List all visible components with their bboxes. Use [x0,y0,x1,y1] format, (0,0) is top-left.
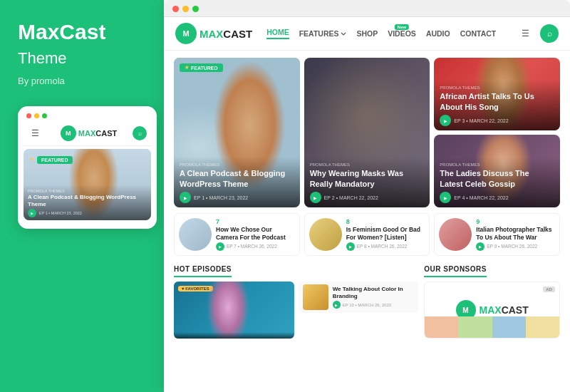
mobile-hero: ★ FEATURED PROMOLA THEMES A Clean Podcas… [24,149,151,220]
top-grid: ★ FEATURED PROMOLA THEMES A Clean Podcas… [174,58,560,207]
featured-badge: ★ FEATURED [180,63,223,72]
hot-thumb-1 [303,284,328,310]
main-content: ★ FEATURED PROMOLA THEMES A Clean Podcas… [164,51,570,392]
sponsor-strip-1 [425,316,458,338]
browser-dots [172,6,199,12]
small-card-2-play[interactable]: ▶ [346,242,355,251]
small-card-3-play[interactable]: ▶ [476,242,484,251]
mobile-logo-text: MAXCAST [78,129,117,138]
nav-videos[interactable]: New VIDEOS [388,29,416,38]
browser-dot-yellow [182,6,189,12]
card-4[interactable]: PROMOLA THEMES The Ladies Discuss The La… [434,135,560,207]
hot-ep-meta-1: ▶ EP 10 • MARCH 26, 2022 [333,301,415,309]
small-card-1[interactable]: 7 How We Chose Our Camera For the Podcas… [174,213,300,256]
card3-title: African Artist Talks To Us About His Son… [440,91,554,112]
browser-dot-red [172,6,179,12]
small-card-2-ep: EP 8 • MARCH 26, 2022 [357,244,408,249]
mobile-logo-icon: M [61,125,76,141]
small-card-3-info: 9 Italian Photographer Talks To Us About… [476,218,555,250]
mobile-mockup: ☰ M MAXCAST ⌕ ★ FEATURED PROMOLA THEMES … [18,106,157,229]
sponsor-box: AD M MAXCAST [424,282,560,339]
card4-meta: ▶ EP 4 • MARCH 22, 2022 [440,192,554,203]
card2-play-button[interactable]: ▶ [310,192,321,203]
card4-overlay: PROMOLA THEMES The Ladies Discuss The La… [434,157,560,207]
card1-tag: PROMOLA THEMES [180,163,294,167]
card1-play-button[interactable]: ▶ [180,192,191,203]
small-card-3-img [439,218,472,251]
nav-new-badge: New [395,24,409,30]
small-card-2-img [309,218,342,251]
small-card-2-num: 8 [346,218,425,225]
small-card-3[interactable]: 9 Italian Photographer Talks To Us About… [434,213,560,256]
sponsors-title: OUR SPONSORS [424,265,487,277]
small-card-3-title: Italian Photographer Talks To Us About T… [476,226,555,240]
mobile-hero-title: A Clean Podcast & Blogging WordPress The… [28,194,147,207]
mobile-menu-icon[interactable]: ☰ [28,126,42,140]
small-card-1-img [179,218,212,251]
card-right-col: PROMOLA THEMES African Artist Talks To U… [434,58,560,207]
small-card-3-ep: EP 9 • MARCH 26, 2022 [487,244,537,249]
hot-ep-info-1: We Talking About Color In Branding ▶ EP … [333,286,415,309]
card-3[interactable]: PROMOLA THEMES African Artist Talks To U… [434,58,560,130]
bottom-left: HOT EPISODES ♥ FAVORITES [174,262,418,388]
card1-meta: ▶ EP 1 • MARCH 23, 2022 [180,192,294,203]
mobile-logo: M MAXCAST [61,125,117,141]
card-2[interactable]: PROMOLA THEMES Why Wearing Masks Was Rea… [304,58,430,207]
small-card-1-meta: ▶ EP 7 • MARCH 26, 2022 [216,242,295,251]
hamburger-menu-button[interactable]: ☰ [516,24,534,43]
mobile-ep-info: EP 1 • MARCH 23, 2022 [39,211,82,215]
right-panel: M MAXCAST HOME FEATURES SHOP New VIDEOS … [164,0,570,392]
site-nav: HOME FEATURES SHOP New VIDEOS AUDIO CONT… [266,28,516,39]
left-panel: MaxCast Theme By promola ☰ M MAXCAST ⌕ ★… [0,0,164,392]
small-card-1-title: How We Chose Our Camera For the Podcast [216,226,295,240]
card4-tag: PROMOLA THEMES [440,163,554,167]
hot-episode-row-1[interactable]: We Talking About Color In Branding ▶ EP … [299,282,419,313]
card4-ep: EP 4 • MARCH 22, 2022 [454,195,508,200]
sponsor-strip-3 [492,316,526,338]
card2-tag: PROMOLA THEMES [310,163,425,167]
brand-title: MaxCast [18,21,146,43]
sponsor-strip-2 [458,316,492,338]
browser-dot-green [192,6,199,12]
card3-meta: ▶ EP 3 • MARCH 22, 2022 [440,115,554,126]
card4-play-button[interactable]: ▶ [440,192,451,203]
browser-chrome [164,0,570,17]
site-nav-right: ☰ ⌕ [516,24,559,43]
small-card-2[interactable]: 8 Is Feminism Good Or Bad For Women? [Li… [304,213,430,256]
hot-ep-play-1[interactable]: ▶ [333,301,341,309]
hot-card-1[interactable]: ♥ FAVORITES [174,282,294,339]
mobile-search-icon[interactable]: ⌕ [133,126,147,140]
nav-home[interactable]: HOME [266,28,289,39]
site-logo: M MAXCAST [175,23,252,44]
card1-title: A Clean Podcast & Blogging WordPress The… [180,168,294,189]
card3-tag: PROMOLA THEMES [440,86,554,90]
card2-meta: ▶ EP 2 • MARCH 22, 2022 [310,192,425,203]
mobile-hero-overlay: PROMOLA THEMES A Clean Podcast & Bloggin… [24,185,151,220]
nav-contact[interactable]: CONTACT [460,29,497,38]
hot-ep-ep-1: EP 10 • MARCH 26, 2022 [343,303,392,307]
mobile-play-button[interactable]: ▶ [28,209,36,217]
mobile-featured-badge: FEATURED [37,156,73,164]
small-card-3-meta: ▶ EP 9 • MARCH 26, 2022 [476,242,555,251]
card3-overlay: PROMOLA THEMES African Artist Talks To U… [434,80,560,130]
featured-card-1[interactable]: ★ FEATURED PROMOLA THEMES A Clean Podcas… [174,58,300,207]
site-logo-icon: M [175,23,197,44]
card3-play-button[interactable]: ▶ [440,115,451,126]
brand-subtitle: Theme [18,50,146,67]
mobile-hero-tag: PROMOLA THEMES [28,189,147,193]
search-button[interactable]: ⌕ [540,24,559,43]
card2-ep: EP 2 • MARCH 22, 2022 [324,195,378,200]
small-card-1-ep: EP 7 • MARCH 26, 2022 [227,244,277,249]
hot-ep-title-1: We Talking About Color In Branding [333,286,415,299]
small-card-1-info: 7 How We Chose Our Camera For the Podcas… [216,218,295,250]
card1-ep: EP 1 • MARCH 23, 2022 [194,195,248,200]
nav-features[interactable]: FEATURES [299,29,347,38]
nav-audio[interactable]: AUDIO [426,29,450,38]
mobile-nav: ☰ M MAXCAST ⌕ [24,123,151,146]
brand-by: By promola [18,76,146,86]
card2-title: Why Wearing Masks Was Really Mandatory [310,168,425,189]
small-card-1-play[interactable]: ▶ [216,242,224,251]
nav-shop[interactable]: SHOP [356,29,378,38]
small-card-2-info: 8 Is Feminism Good Or Bad For Women? [Li… [346,218,425,250]
hot-card-right: We Talking About Color In Branding ▶ EP … [299,282,419,339]
